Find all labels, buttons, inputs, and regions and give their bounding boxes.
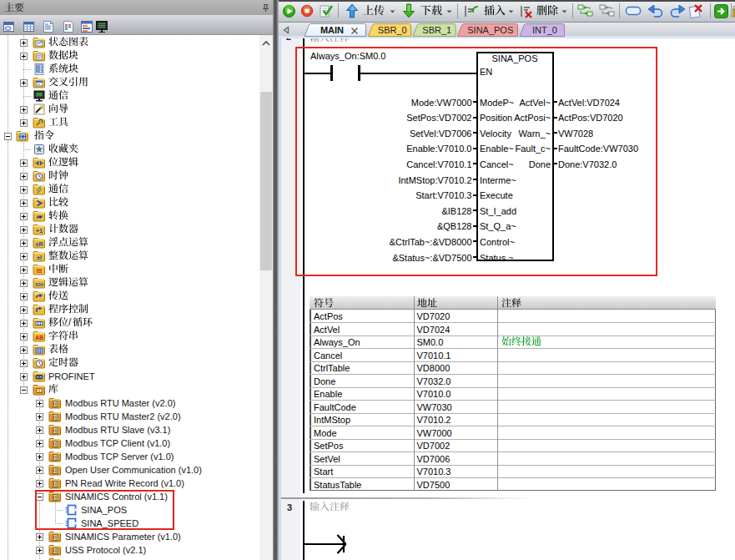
svg-text:SBR_0: SBR_0 (378, 25, 407, 35)
svg-text:INT_0: INT_0 (532, 25, 557, 35)
svg-text:SBR_1: SBR_1 (422, 25, 451, 35)
svg-text:MAIN: MAIN (320, 25, 344, 35)
svg-text:SINA_POS: SINA_POS (467, 25, 513, 35)
